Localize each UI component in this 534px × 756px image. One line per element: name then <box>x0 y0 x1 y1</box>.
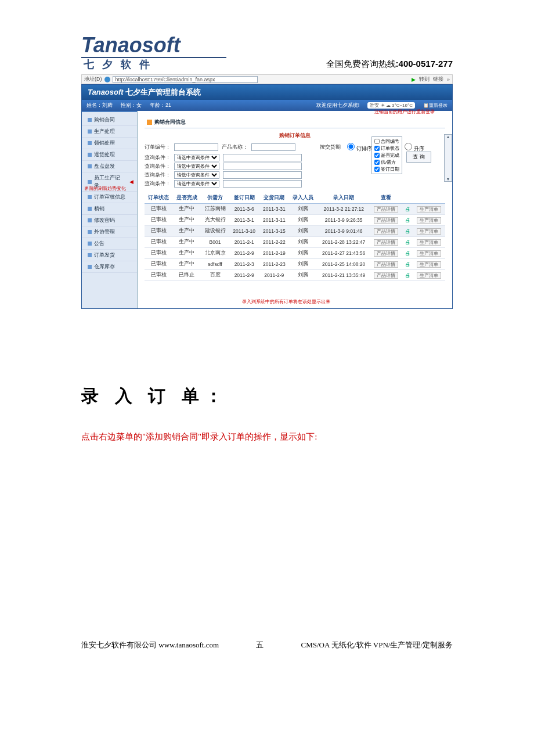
relogin-link[interactable]: 📋重新登录 <box>423 102 448 109</box>
chk-order-status[interactable]: 订单状态 <box>374 145 399 152</box>
cell-prodlist: 生产清单 <box>413 204 445 215</box>
sidebar-item-return[interactable]: 退货处理 <box>82 149 137 161</box>
sidebar-item-contract[interactable]: 购销合同 <box>82 114 137 126</box>
printer-icon[interactable]: 🖨 <box>405 239 410 245</box>
prodlist-button[interactable]: 生产清单 <box>417 272 441 279</box>
cell-prodlist: 生产清单 <box>413 215 445 226</box>
detail-button[interactable]: 产品详情 <box>374 206 398 213</box>
weather-city: 淮安 <box>370 103 379 108</box>
sidebar-item-order-ship[interactable]: 订单发货 <box>82 250 137 261</box>
prodlist-button[interactable]: 生产清单 <box>417 217 441 224</box>
prodlist-button[interactable]: 生产清单 <box>417 250 441 257</box>
cond-value-1[interactable] <box>223 154 302 161</box>
cell-done: 生产中 <box>173 259 201 270</box>
sidebar-item-production[interactable]: 生产处理 <box>82 126 137 138</box>
prodlist-button[interactable]: 生产清单 <box>417 228 441 235</box>
cell-prodlist: 生产清单 <box>413 237 445 248</box>
addr-url[interactable]: http://localhost:1799/Client/admin_fan.a… <box>113 76 258 83</box>
weather-pill: 淮安 ☀ ☁ 3°C~16°C <box>367 102 415 109</box>
cell-print: 🖨 <box>402 215 413 226</box>
printer-icon[interactable]: 🖨 <box>405 206 410 212</box>
prodlist-button[interactable]: 生产清单 <box>417 261 441 268</box>
table-row: 已审核生产中光大银行2011-3-12011-3-11刘腾2011-3-9 9:… <box>145 215 445 226</box>
detail-button[interactable]: 产品详情 <box>374 228 398 235</box>
sidebar-item-outsource[interactable]: 外协管理 <box>82 226 137 238</box>
ie-icon <box>104 77 110 82</box>
hotline-number: 400-0517-277 <box>399 59 453 69</box>
weather-temp: 3°C~16°C <box>392 103 413 108</box>
chk-is-done[interactable]: 是否完成 <box>374 152 399 159</box>
cond-value-3[interactable] <box>223 171 302 179</box>
cell-done: 生产中 <box>173 215 201 226</box>
sidebar-item-sales[interactable]: 领销处理 <box>82 138 137 149</box>
cond-select-3[interactable]: 请选中查询条件 <box>174 171 219 179</box>
product-label: 产品名称： <box>222 143 248 151</box>
hotline-label: 全国免费咨询热线 <box>326 59 396 69</box>
cond-select-4[interactable]: 请选中查询条件 <box>174 180 219 188</box>
chk-contract-no[interactable]: 合同编号 <box>374 138 399 145</box>
cell-prodlist: 生产清单 <box>413 248 445 259</box>
cell-supplier: 百度 <box>201 270 229 281</box>
sidebar-item-refine[interactable]: 精销 <box>82 203 137 215</box>
detail-button[interactable]: 产品详情 <box>374 272 398 279</box>
cell-view: 产品详情 <box>370 204 402 215</box>
scroll-down-icon[interactable]: ▼ <box>446 177 450 181</box>
detail-button[interactable]: 产品详情 <box>374 217 398 224</box>
chk-supplier[interactable]: 供/需方 <box>374 159 399 165</box>
goto-label[interactable]: 转到 <box>419 75 430 83</box>
detail-button[interactable]: 产品详情 <box>374 250 398 257</box>
detail-button[interactable]: 产品详情 <box>374 239 398 246</box>
cell-print: 🖨 <box>402 204 413 215</box>
cell-deliver-date: 2011-3-11 <box>259 215 290 226</box>
radio-sort-asc[interactable]: 升序 <box>402 141 424 153</box>
doc-red-instruction: 点击右边菜单的"添加购销合同"即录入订单的操作，显示如下: <box>81 431 453 442</box>
query-button[interactable]: 查 询 <box>406 152 431 163</box>
sidebar-item-order-review[interactable]: 订单审核信息 <box>82 192 137 203</box>
cell-sign-date: 2011-2-1 <box>229 237 259 248</box>
sidebar-item-notice[interactable]: 公告 <box>82 238 137 250</box>
printer-icon[interactable]: 🖨 <box>405 261 410 267</box>
nav-icon <box>88 207 92 211</box>
nav-icon <box>88 242 92 246</box>
scroll-up-icon[interactable]: ▲ <box>446 135 450 139</box>
prodlist-button[interactable]: 生产清单 <box>417 206 441 213</box>
cell-print: 🖨 <box>402 259 413 270</box>
radio-sort-default[interactable]: 订排序 <box>344 141 372 153</box>
sidebar-item-inventory-check[interactable]: 盘点盘发 <box>82 161 137 172</box>
cell-supplier: 北京南京 <box>201 248 229 259</box>
annotation-relogin: 注销当前的用户进行重新登录 <box>374 109 435 115</box>
footer-left: 淮安七夕软件有限公司 www.tanaosoft.com <box>81 640 219 650</box>
printer-icon[interactable]: 🖨 <box>405 217 410 223</box>
chk-sign-date[interactable]: 签订日期 <box>374 166 399 172</box>
cond-value-4[interactable] <box>223 180 302 188</box>
printer-icon[interactable]: 🖨 <box>405 272 410 278</box>
sidebar: 购销合同 生产处理 领销处理 退货处理 盘点盘发 员工生产记录◀ 订单审核信息 … <box>82 111 138 308</box>
screenshot: 地址(D) http://localhost:1799/Client/admin… <box>81 74 453 309</box>
order-no-label: 订单编号： <box>145 143 171 151</box>
detail-button[interactable]: 产品详情 <box>374 261 398 268</box>
sidebar-item-warehouse[interactable]: 仓库库存 <box>82 261 137 273</box>
sidebar-item-change-pw[interactable]: 修改密码 <box>82 215 137 226</box>
cell-sign-date: 2011-3-1 <box>229 215 259 226</box>
printer-icon[interactable]: 🖨 <box>405 228 410 234</box>
titlebar-title: 七夕生产管理前台系统 <box>125 88 201 96</box>
cond-select-1[interactable]: 请选中查询条件 <box>174 154 219 161</box>
cell-deliver-date: 2011-3-15 <box>259 226 290 237</box>
table-row: 已审核生产中江苏南钢2011-3-62011-3-31刘腾2011-3-2 21… <box>145 204 445 215</box>
scrollbar[interactable]: ▲▼ <box>444 134 452 182</box>
prodlist-button[interactable]: 生产清单 <box>417 239 441 246</box>
cond-value-2[interactable] <box>223 163 302 170</box>
cell-entry-user: 刘腾 <box>289 204 317 215</box>
cell-supplier: sdfsdff <box>201 259 229 270</box>
cond-select-2[interactable]: 请选中查询条件 <box>174 163 219 170</box>
printer-icon[interactable]: 🖨 <box>405 250 410 256</box>
order-no-input[interactable] <box>174 143 218 151</box>
product-input[interactable] <box>251 143 295 151</box>
nav-icon <box>88 153 92 157</box>
th-sign-date: 签订日期 <box>229 193 259 204</box>
th-print <box>402 193 413 204</box>
cell-status: 已审核 <box>145 248 173 259</box>
links-label[interactable]: 链接 <box>433 75 443 83</box>
nav-icon <box>88 129 92 134</box>
panel-title: 购销合同信息 <box>145 117 445 128</box>
